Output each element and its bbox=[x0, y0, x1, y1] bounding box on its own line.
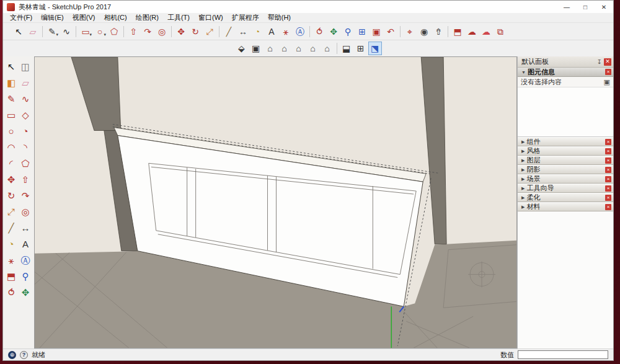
panel-section-scenes[interactable]: ▶场景× bbox=[518, 174, 613, 184]
line-dropdown-caret-icon[interactable]: ▾ bbox=[56, 32, 58, 37]
details-icon[interactable]: ▣ bbox=[604, 78, 610, 86]
rotate-button[interactable]: ↻ bbox=[188, 25, 202, 38]
palette-axes-button[interactable]: ⚹ bbox=[4, 252, 18, 267]
panel-close-icon[interactable]: × bbox=[605, 204, 611, 210]
palette-follow-me-button[interactable]: ↷ bbox=[19, 188, 32, 203]
geolocation-icon[interactable]: ⊕ bbox=[8, 351, 16, 359]
panel-section-shadows[interactable]: ▶阴影× bbox=[518, 165, 613, 174]
panel-close-icon[interactable]: × bbox=[605, 148, 611, 154]
front-view-button[interactable]: ⌂ bbox=[264, 42, 277, 55]
menu-tools[interactable]: 工具(T) bbox=[163, 13, 194, 22]
menu-file[interactable]: 文件(F) bbox=[6, 13, 37, 22]
palette-scale-button[interactable]: ⤢ bbox=[4, 204, 18, 219]
look-around-button[interactable]: ◉ bbox=[417, 25, 431, 38]
left-view-button[interactable]: ⌂ bbox=[306, 42, 320, 55]
eraser-button[interactable]: ▱ bbox=[26, 25, 40, 38]
panel-section-entity-info[interactable]: ▼ 图元信息 × bbox=[518, 68, 613, 77]
tape-measure-button[interactable]: ╱ bbox=[222, 25, 236, 38]
section-display-button[interactable]: ☁ bbox=[465, 25, 479, 38]
walk-button[interactable]: ⇮ bbox=[432, 25, 445, 38]
panel-section-soften-edges[interactable]: ▶柔化× bbox=[518, 193, 613, 202]
menu-extensions[interactable]: 扩展程序 bbox=[228, 13, 264, 22]
palette-pie-button[interactable]: ◔ bbox=[19, 123, 32, 138]
menu-edit[interactable]: 编辑(E) bbox=[37, 13, 68, 22]
close-button[interactable]: ✕ bbox=[595, 1, 613, 13]
axes-button[interactable]: ⚹ bbox=[279, 25, 293, 38]
line-button[interactable]: ✎▾ bbox=[45, 25, 59, 38]
circle-button[interactable]: ○▾ bbox=[93, 25, 107, 38]
maximize-button[interactable]: □ bbox=[576, 1, 595, 13]
top-view-button[interactable]: ▣ bbox=[249, 42, 263, 55]
palette-section-plane-button[interactable]: ⬒ bbox=[4, 269, 18, 283]
palette-offset-button[interactable]: ◎ bbox=[19, 204, 32, 219]
position-camera-button[interactable]: ⌖ bbox=[403, 25, 417, 38]
panel-close-icon[interactable]: × bbox=[605, 195, 611, 201]
rectangle-dropdown-caret-icon[interactable]: ▾ bbox=[89, 32, 92, 37]
section-cut-button[interactable]: ☁ bbox=[479, 25, 493, 38]
previous-view-button[interactable]: ↶ bbox=[384, 25, 397, 38]
palette-text-button[interactable]: A bbox=[19, 236, 32, 251]
menu-view[interactable]: 视图(V) bbox=[68, 13, 100, 22]
panel-section-instructor[interactable]: ▶工具向导× bbox=[518, 184, 613, 193]
offset-button[interactable]: ◎ bbox=[155, 25, 169, 38]
panel-section-styles[interactable]: ▶风格× bbox=[518, 146, 613, 156]
measurements-input[interactable] bbox=[518, 350, 608, 359]
iso-view-button[interactable]: ⬙ bbox=[235, 42, 249, 55]
palette-rotate-button[interactable]: ↻ bbox=[4, 188, 18, 203]
pan-button[interactable]: ✥ bbox=[327, 25, 340, 38]
palette-protractor-button[interactable]: ◔ bbox=[4, 236, 18, 251]
palette-rotated-rectangle-button[interactable]: ◇ bbox=[19, 107, 32, 122]
perspective-button[interactable]: ⬔ bbox=[368, 42, 382, 55]
back-view-button[interactable]: ⌂ bbox=[292, 42, 306, 55]
panel-close-icon[interactable]: × bbox=[605, 176, 611, 182]
section-plane-button[interactable]: ⬒ bbox=[451, 25, 464, 38]
palette-freehand-button[interactable]: ∿ bbox=[19, 91, 32, 106]
right-view-button[interactable]: ⌂ bbox=[278, 42, 291, 55]
panel-section-materials[interactable]: ▶材料× bbox=[518, 202, 613, 211]
palette-rectangle-button[interactable]: ▭ bbox=[4, 107, 18, 122]
send-to-layout-button[interactable]: ⧉ bbox=[494, 25, 507, 38]
freehand-button[interactable]: ∿ bbox=[60, 25, 73, 38]
follow-me-button[interactable]: ↷ bbox=[141, 25, 154, 38]
palette-three-point-arc-button[interactable]: ◜ bbox=[4, 156, 18, 171]
parallel-projection-button[interactable]: ⊞ bbox=[354, 42, 368, 55]
panel-close-icon[interactable]: × bbox=[605, 158, 611, 164]
panel-close-icon[interactable]: × bbox=[605, 139, 611, 145]
zoom-extents-button[interactable]: ▣ bbox=[370, 25, 383, 38]
tray-close-icon[interactable]: ✕ bbox=[604, 58, 611, 66]
panel-close-icon[interactable]: × bbox=[605, 185, 611, 192]
orbit-button[interactable]: ⥀ bbox=[312, 25, 326, 38]
zoom-button[interactable]: ⚲ bbox=[341, 25, 355, 38]
menu-camera[interactable]: 相机(C) bbox=[99, 13, 131, 22]
palette-paint-bucket-button[interactable]: ◧ bbox=[4, 75, 18, 90]
help-icon[interactable]: ? bbox=[20, 351, 28, 359]
palette-tape-measure-button[interactable]: ╱ bbox=[4, 220, 18, 235]
viewport[interactable] bbox=[34, 56, 517, 348]
panel-close-icon[interactable]: × bbox=[605, 167, 611, 173]
scale-button[interactable]: ⤢ bbox=[203, 25, 216, 38]
entity-info-close-icon[interactable]: × bbox=[605, 69, 611, 75]
zoom-window-button[interactable]: ⊞ bbox=[355, 25, 369, 38]
dimension-button[interactable]: ↔ bbox=[236, 25, 250, 38]
text-button[interactable]: A bbox=[265, 25, 278, 38]
palette-eraser-button[interactable]: ▱ bbox=[19, 75, 32, 90]
panel-section-layers[interactable]: ▶图层× bbox=[518, 156, 613, 165]
menu-help[interactable]: 帮助(H) bbox=[264, 13, 295, 22]
palette-polygon-button[interactable]: ⬠ bbox=[19, 156, 32, 171]
menu-window[interactable]: 窗口(W) bbox=[194, 13, 228, 22]
palette-3d-text-button[interactable]: Ⓐ bbox=[19, 252, 32, 267]
tray-header[interactable]: 默认面板 ↧ ✕ bbox=[518, 56, 613, 68]
palette-line-button[interactable]: ✎ bbox=[4, 91, 18, 106]
panel-section-components[interactable]: ▶组件× bbox=[518, 137, 613, 146]
minimize-button[interactable]: — bbox=[557, 1, 576, 13]
palette-push-pull-button[interactable]: ⇧ bbox=[19, 172, 32, 187]
menu-draw[interactable]: 绘图(R) bbox=[131, 13, 163, 22]
push-pull-button[interactable]: ⇧ bbox=[126, 25, 140, 38]
palette-zoom-button[interactable]: ⚲ bbox=[19, 269, 32, 283]
palette-select-button[interactable]: ↖ bbox=[4, 59, 18, 74]
palette-circle-button[interactable]: ○ bbox=[4, 123, 18, 138]
two-point-perspective-button[interactable]: ⬓ bbox=[340, 42, 353, 55]
palette-orbit-button[interactable]: ⥀ bbox=[4, 285, 18, 300]
palette-move-button[interactable]: ✥ bbox=[4, 172, 18, 187]
palette-two-point-arc-button[interactable]: ◝ bbox=[19, 140, 32, 154]
